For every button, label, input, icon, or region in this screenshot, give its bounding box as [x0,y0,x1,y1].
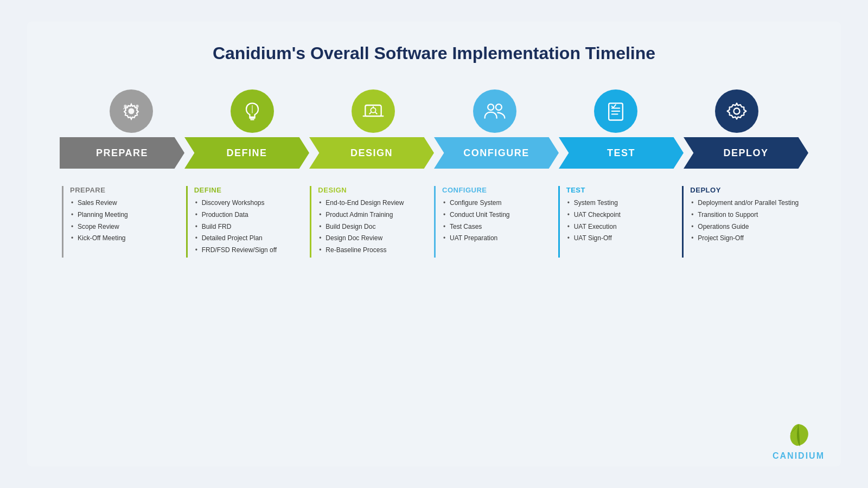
chevron-configure: CONFIGURE [434,137,559,169]
chevron-label-prepare: PREPARE [60,137,184,169]
list-item: UAT Preparation [442,234,552,243]
list-item: Operations Guide [690,222,800,232]
logo-area: CANIDIUM [773,422,825,461]
canidium-logo-leaf [786,422,812,448]
detail-list-define: Discovery WorkshopsProduction DataBuild … [194,198,304,255]
logo-text: CANIDIUM [773,451,825,461]
chevron-label-design: DESIGN [309,137,434,169]
detail-heading-deploy: DEPLOY [690,186,800,194]
list-item: FRD/FSD Review/Sign off [194,246,304,255]
list-item: UAT Sign-Off [566,234,676,243]
svg-point-0 [128,108,134,114]
detail-col-define: DEFINEDiscovery WorkshopsProduction Data… [186,186,310,258]
list-item: Build FRD [194,222,304,232]
settings-icon [119,99,143,123]
chevron-label-configure: CONFIGURE [434,137,559,169]
list-item: Conduct Unit Testing [442,210,552,220]
list-item: Production Data [194,210,304,220]
icons-row [60,89,808,137]
list-item: Kick-Off Meeting [70,234,180,243]
detail-col-deploy: DEPLOYDeployment and/or Parallel Testing… [682,186,806,258]
detail-col-design: DESIGNEnd-to-End Design ReviewProduct Ad… [310,186,434,258]
timeline-section: PREPAREDEFINEDESIGNCONFIGURETESTDEPLOY P… [60,89,808,258]
detail-list-design: End-to-End Design ReviewProduct Admin Tr… [318,198,427,255]
detail-list-test: System TestingUAT CheckpointUAT Executio… [566,198,676,243]
icon-configure [434,89,555,137]
detail-col-prepare: PREPARESales ReviewPlanning MeetingScope… [62,186,186,258]
icon-prepare [71,89,192,137]
svg-point-11 [495,104,501,110]
chevron-prepare: PREPARE [60,137,184,169]
svg-point-10 [488,104,494,110]
svg-point-16 [734,108,740,114]
list-item: Deployment and/or Parallel Testing [690,198,800,208]
slide: Canidium's Overall Software Implementati… [27,22,841,466]
detail-heading-test: TEST [566,186,676,194]
list-item: Configure System [442,198,552,208]
detail-heading-design: DESIGN [318,186,427,194]
chevron-design: DESIGN [309,137,434,169]
list-item: Project Sign-Off [690,234,800,243]
list-item: Product Admin Training [318,210,427,220]
icon-test [555,89,676,137]
chevron-deploy: DEPLOY [684,137,808,169]
lightbulb-icon [240,99,264,123]
list-item: End-to-End Design Review [318,198,427,208]
list-item: Detailed Project Plan [194,234,304,243]
list-item: Discovery Workshops [194,198,304,208]
list-item: Test Cases [442,222,552,232]
detail-heading-prepare: PREPARE [70,186,180,194]
detail-list-prepare: Sales ReviewPlanning MeetingScope Review… [70,198,180,243]
gear-icon [725,99,749,123]
chevron-label-test: TEST [559,137,684,169]
test-icon-circle [594,89,637,133]
detail-heading-configure: CONFIGURE [442,186,552,194]
list-item: Transition to Support [690,210,800,220]
svg-point-8 [371,108,376,113]
icon-deploy [676,89,797,137]
arrows-row: PREPAREDEFINEDESIGNCONFIGURETESTDEPLOY [60,137,808,169]
detail-list-configure: Configure SystemConduct Unit TestingTest… [442,198,552,243]
chevron-label-deploy: DEPLOY [684,137,808,169]
list-item: UAT Execution [566,222,676,232]
list-item: System Testing [566,198,676,208]
icon-design [313,89,434,137]
icon-define [192,89,312,137]
list-item: Re-Baseline Process [318,246,427,255]
detail-col-test: TESTSystem TestingUAT CheckpointUAT Exec… [558,186,682,258]
detail-list-deploy: Deployment and/or Parallel TestingTransi… [690,198,800,243]
details-row: PREPARESales ReviewPlanning MeetingScope… [60,186,808,258]
list-item: Design Doc Review [318,234,427,243]
people-icon [483,99,507,123]
chevron-define: DEFINE [184,137,309,169]
deploy-icon-circle [715,89,758,133]
prepare-icon-circle [110,89,153,133]
design-icon-circle [352,89,395,133]
configure-icon-circle [473,89,516,133]
laptop-icon [361,99,385,123]
define-icon-circle [231,89,274,133]
list-item: Scope Review [70,222,180,232]
list-item: Build Design Doc [318,222,427,232]
list-item: Sales Review [70,198,180,208]
detail-heading-define: DEFINE [194,186,304,194]
list-item: Planning Meeting [70,210,180,220]
chevron-test: TEST [559,137,684,169]
list-item: UAT Checkpoint [566,210,676,220]
checklist-icon [604,99,628,123]
svg-point-2 [136,105,139,108]
detail-col-configure: CONFIGUREConfigure SystemConduct Unit Te… [434,186,558,258]
page-title: Canidium's Overall Software Implementati… [213,43,655,63]
chevron-label-define: DEFINE [184,137,309,169]
